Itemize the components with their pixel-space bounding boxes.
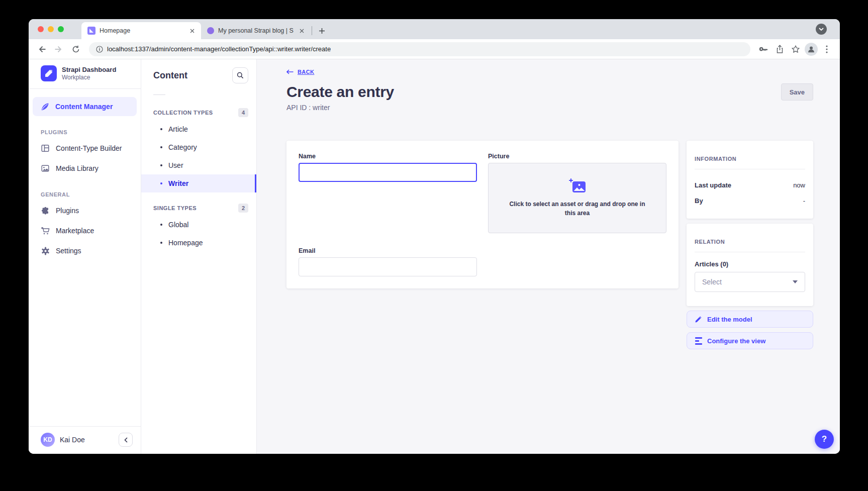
- browser-tab-active[interactable]: Homepage: [81, 22, 201, 39]
- forward-nav-icon[interactable]: [52, 42, 66, 56]
- nav-item-label: User: [168, 161, 183, 169]
- bullet-icon: [160, 164, 162, 166]
- chrome-menu-icon[interactable]: [820, 42, 834, 56]
- group-label: SINGLE TYPES: [153, 205, 197, 211]
- tab-search-chevron-icon[interactable]: [816, 24, 827, 35]
- share-icon[interactable]: [773, 42, 787, 56]
- sidebar-item-label: Marketplace: [56, 227, 94, 235]
- group-spacer: [141, 192, 256, 200]
- sidebar-item-media-library[interactable]: Media Library: [29, 158, 141, 178]
- search-button[interactable]: [232, 67, 248, 83]
- arrow-left-icon: [286, 69, 294, 74]
- browser-tabstrip: Homepage My personal Strapi blog | Strap: [29, 19, 840, 39]
- picture-upload-dropzone[interactable]: Click to select an asset or drag and dro…: [488, 163, 666, 233]
- sidebar-item-label: Plugins: [56, 207, 79, 215]
- sidebar-item-label: Settings: [56, 247, 81, 255]
- gear-icon: [41, 247, 50, 255]
- info-value: -: [803, 197, 805, 205]
- info-row-last-update: Last update now: [695, 177, 805, 193]
- brand-block[interactable]: Strapi Dashboard Workplace: [29, 59, 141, 88]
- content-nav-title: Content: [153, 70, 187, 81]
- sidebar-item-plugins[interactable]: Plugins: [29, 201, 141, 221]
- browser-toolbar: localhost:1337/admin/content-manager/col…: [29, 39, 840, 59]
- email-input[interactable]: [299, 257, 477, 276]
- strapi-favicon-icon: [87, 27, 95, 35]
- back-nav-icon[interactable]: [35, 42, 49, 56]
- window-controls: [38, 26, 64, 32]
- action-label: Edit the model: [707, 316, 752, 323]
- browser-window: Homepage My personal Strapi blog | Strap: [29, 19, 840, 454]
- tab-title: Homepage: [100, 27, 184, 34]
- user-avatar[interactable]: KD: [41, 433, 55, 447]
- nav-item-label: Article: [168, 125, 188, 133]
- chevron-left-icon: [124, 437, 128, 443]
- nav-item-article[interactable]: Article: [141, 120, 256, 138]
- reload-icon[interactable]: [69, 42, 83, 56]
- information-card: INFORMATION Last update now By -: [687, 141, 813, 219]
- bullet-icon: [160, 224, 162, 226]
- articles-select[interactable]: Select: [695, 272, 805, 292]
- bookmark-star-icon[interactable]: [789, 42, 803, 56]
- tab-close-icon[interactable]: [188, 27, 196, 35]
- close-window-button[interactable]: [38, 26, 44, 32]
- collapse-sidebar-button[interactable]: [119, 433, 133, 447]
- sidebar-item-content-type-builder[interactable]: Content-Type Builder: [29, 138, 141, 158]
- sidebar-bottom: KD Kai Doe: [29, 426, 141, 454]
- info-row-by: By -: [695, 193, 805, 209]
- nav-item-global[interactable]: Global: [141, 216, 256, 234]
- back-label: BACK: [298, 69, 314, 75]
- select-placeholder: Select: [702, 278, 722, 286]
- entry-form-row: Name Picture: [286, 141, 813, 349]
- url-bar[interactable]: localhost:1337/admin/content-manager/col…: [89, 42, 750, 56]
- panel-divider: [695, 252, 805, 252]
- sidebar-item-label: Content-Type Builder: [56, 144, 122, 152]
- profile-avatar-icon[interactable]: [805, 43, 818, 56]
- new-tab-button[interactable]: [315, 24, 328, 37]
- bullet-icon: [160, 146, 162, 148]
- relation-header: RELATION: [695, 234, 805, 252]
- content-nav-panel: Content COLLECTION TYPES 4 Article Categ…: [141, 59, 257, 454]
- nav-item-label: Writer: [168, 179, 188, 187]
- zoom-window-button[interactable]: [58, 26, 64, 32]
- email-field-group: Email: [299, 247, 477, 276]
- tab-separator: [312, 26, 312, 35]
- sidebar-item-label: Media Library: [56, 164, 99, 172]
- cart-icon: [41, 227, 50, 235]
- workspace-title: Strapi Dashboard: [62, 66, 116, 74]
- main-content: BACK Create an entry Save API ID : write…: [257, 59, 840, 454]
- nav-item-homepage[interactable]: Homepage: [141, 234, 256, 252]
- name-field-group: Name: [299, 153, 477, 233]
- page-title: Create an entry: [286, 83, 394, 101]
- password-key-icon[interactable]: [756, 42, 770, 56]
- entry-form-card: Name Picture: [286, 141, 679, 288]
- save-button[interactable]: Save: [781, 83, 813, 101]
- tab-close-icon[interactable]: [298, 27, 306, 35]
- nav-item-category[interactable]: Category: [141, 138, 256, 156]
- nav-item-label: Category: [168, 143, 197, 151]
- toolbar-right-icons: [756, 42, 834, 56]
- sidebar-item-marketplace[interactable]: Marketplace: [29, 221, 141, 241]
- nav-item-user[interactable]: User: [141, 156, 256, 174]
- strapi-admin-app: Strapi Dashboard Workplace Content Manag…: [29, 59, 840, 454]
- browser-tab-inactive[interactable]: My personal Strapi blog | Strap: [201, 22, 311, 39]
- strapi-logo-icon: [41, 65, 57, 81]
- help-button[interactable]: ?: [815, 430, 834, 449]
- minimize-window-button[interactable]: [48, 26, 54, 32]
- name-field-label: Name: [299, 153, 477, 160]
- picture-field-group: Picture Click to select an asset or drag…: [488, 153, 666, 233]
- layout-grid-icon: [41, 144, 50, 152]
- back-link[interactable]: BACK: [286, 69, 314, 75]
- name-input[interactable]: [299, 163, 477, 182]
- sidebar-item-settings[interactable]: Settings: [29, 241, 141, 261]
- grid-spacer: [488, 247, 666, 276]
- configure-view-button[interactable]: Configure the view: [687, 332, 813, 349]
- edit-model-button[interactable]: Edit the model: [687, 311, 813, 328]
- api-id-subtitle: API ID : writer: [286, 104, 813, 112]
- main-sidebar: Strapi Dashboard Workplace Content Manag…: [29, 59, 141, 454]
- sidebar-item-content-manager[interactable]: Content Manager: [33, 97, 137, 116]
- sidebar-section-plugins: PLUGINS: [29, 116, 141, 138]
- nav-item-writer[interactable]: Writer: [141, 174, 256, 192]
- url-text: localhost:1337/admin/content-manager/col…: [107, 45, 331, 53]
- relation-card: RELATION Articles (0) Select: [687, 224, 813, 306]
- nav-item-label: Homepage: [168, 239, 203, 247]
